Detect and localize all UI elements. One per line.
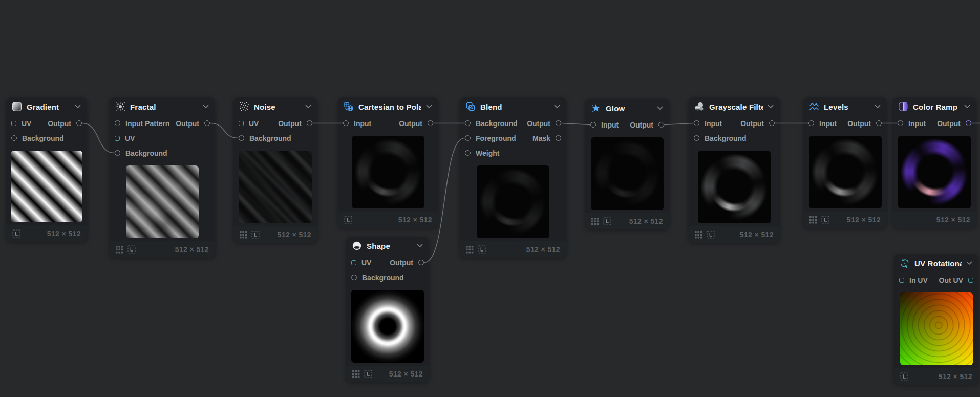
- input-port-input-pattern[interactable]: [115, 120, 120, 126]
- output-port-output[interactable]: [876, 120, 882, 126]
- tiling-grid-icon[interactable]: [591, 218, 599, 225]
- port-row: UV: [110, 131, 215, 145]
- input-port-input[interactable]: [898, 120, 903, 126]
- tiling-grid-icon[interactable]: [695, 231, 702, 239]
- chevron-down-icon[interactable]: [305, 105, 311, 109]
- node-uvrotational[interactable]: UV RotationalIn UVOut UV512 × 512: [894, 254, 978, 385]
- input-port-uv[interactable]: [11, 121, 16, 126]
- node-footer: 512 × 512: [346, 366, 429, 382]
- output-port-mask[interactable]: [556, 135, 561, 141]
- node-title: Noise: [254, 102, 301, 111]
- input-port-background[interactable]: [11, 135, 17, 141]
- chevron-down-icon[interactable]: [657, 106, 663, 110]
- input-port-input[interactable]: [808, 120, 814, 126]
- layer-size-icon[interactable]: [478, 245, 486, 254]
- node-gradient[interactable]: GradientUVOutputBackground512 × 512: [6, 97, 87, 242]
- port-row: InputOutput: [892, 116, 976, 131]
- node-fractal[interactable]: FractalInput PatternOutputUVBackground51…: [110, 97, 215, 258]
- output-port-output[interactable]: [556, 120, 561, 126]
- chevron-down-icon[interactable]: [875, 105, 881, 109]
- node-title: Blend: [480, 102, 549, 111]
- input-port-input[interactable]: [694, 120, 699, 126]
- output-port-output[interactable]: [428, 120, 433, 126]
- layer-size-icon[interactable]: [603, 217, 611, 225]
- layer-size-icon[interactable]: [127, 245, 136, 254]
- chevron-down-icon[interactable]: [426, 105, 432, 109]
- chevron-down-icon[interactable]: [966, 261, 972, 265]
- glow-icon: [591, 103, 601, 113]
- layer-size-icon[interactable]: [707, 231, 715, 239]
- layer-size-icon[interactable]: [821, 216, 829, 224]
- shape-icon: [352, 241, 362, 251]
- node-graph-canvas[interactable]: GradientUVOutputBackground512 × 512Fract…: [0, 0, 980, 397]
- input-port-uv[interactable]: [115, 136, 120, 141]
- node-cartesian[interactable]: Cartesian to PolarInputOutput512 × 512: [338, 97, 438, 228]
- chevron-down-icon[interactable]: [768, 105, 774, 109]
- output-port-output[interactable]: [307, 120, 312, 126]
- output-port-output[interactable]: [204, 120, 210, 126]
- output-port-output[interactable]: [658, 122, 664, 128]
- input-port-weight[interactable]: [465, 150, 471, 156]
- node-colorramp[interactable]: Color RampInputOutput512 × 512: [892, 97, 976, 228]
- node-shape[interactable]: ShapeUVOutputBackground512 × 512: [346, 237, 429, 382]
- input-port-background[interactable]: [465, 120, 471, 126]
- chevron-down-icon[interactable]: [417, 244, 423, 248]
- node-footer: 512 × 512: [689, 226, 780, 243]
- node-grayscale[interactable]: Grayscale FilterInputOutputBackground512…: [689, 97, 780, 243]
- node-header[interactable]: Levels: [803, 97, 887, 116]
- input-port-background[interactable]: [239, 135, 244, 141]
- node-glow[interactable]: GlowInputOutput512 × 512: [585, 99, 669, 229]
- node-header[interactable]: Gradient: [6, 97, 87, 116]
- input-port-background[interactable]: [115, 150, 120, 156]
- layer-size-icon[interactable]: [364, 370, 372, 378]
- preview-thumbnail: [11, 151, 82, 222]
- tiling-grid-icon[interactable]: [116, 246, 123, 254]
- chevron-down-icon[interactable]: [554, 105, 560, 109]
- node-header[interactable]: Grayscale Filter: [689, 97, 780, 116]
- output-port-output[interactable]: [418, 260, 424, 265]
- input-port-uv[interactable]: [351, 260, 356, 265]
- node-header[interactable]: Color Ramp: [892, 97, 976, 116]
- preview-thumbnail: [126, 165, 199, 238]
- node-header[interactable]: Glow: [585, 99, 669, 117]
- node-noise[interactable]: NoiseUVOutputBackground512 × 512: [233, 97, 317, 243]
- layer-size-icon[interactable]: [344, 216, 352, 224]
- output-port-label: Mask: [532, 134, 550, 142]
- output-port-output[interactable]: [769, 120, 775, 126]
- input-port-background[interactable]: [694, 135, 699, 141]
- output-port-out-uv[interactable]: [968, 278, 973, 283]
- input-port-input[interactable]: [590, 122, 596, 128]
- input-port-uv[interactable]: [239, 121, 244, 126]
- output-port-output[interactable]: [76, 120, 82, 126]
- output-port-output[interactable]: [966, 120, 971, 126]
- node-blend[interactable]: BlendBackgroundOutputForegroundMaskWeigh…: [460, 97, 566, 258]
- layer-size-icon[interactable]: [12, 229, 20, 238]
- node-header[interactable]: Blend: [460, 97, 566, 116]
- node-header[interactable]: Noise: [233, 97, 317, 116]
- node-levels[interactable]: LevelsInputOutput512 × 512: [803, 97, 887, 228]
- layer-size-icon[interactable]: [900, 372, 908, 381]
- tiling-grid-icon[interactable]: [466, 246, 474, 254]
- gradient-icon: [12, 101, 22, 112]
- input-port-input[interactable]: [343, 120, 349, 126]
- layer-size-icon[interactable]: [251, 231, 260, 239]
- node-header[interactable]: Shape: [346, 237, 429, 255]
- input-port-label: UV: [22, 119, 31, 128]
- chevron-down-icon[interactable]: [75, 105, 81, 109]
- tiling-grid-icon[interactable]: [809, 216, 817, 224]
- input-port-label: UV: [361, 259, 371, 267]
- input-port-foreground[interactable]: [465, 135, 471, 141]
- node-header[interactable]: UV Rotational: [894, 254, 978, 273]
- chevron-down-icon[interactable]: [203, 105, 209, 109]
- chevron-down-icon[interactable]: [964, 105, 970, 109]
- input-port-label: Weight: [476, 149, 499, 157]
- input-port-background[interactable]: [351, 275, 357, 280]
- tiling-grid-icon[interactable]: [240, 231, 247, 239]
- output-port-group: Output: [740, 116, 775, 131]
- node-title: Grayscale Filter: [709, 102, 763, 111]
- node-header[interactable]: Cartesian to Polar: [338, 97, 438, 116]
- input-port-label: Background: [249, 134, 291, 142]
- tiling-grid-icon[interactable]: [352, 370, 360, 378]
- node-header[interactable]: Fractal: [110, 97, 215, 116]
- input-port-in-uv[interactable]: [899, 278, 904, 283]
